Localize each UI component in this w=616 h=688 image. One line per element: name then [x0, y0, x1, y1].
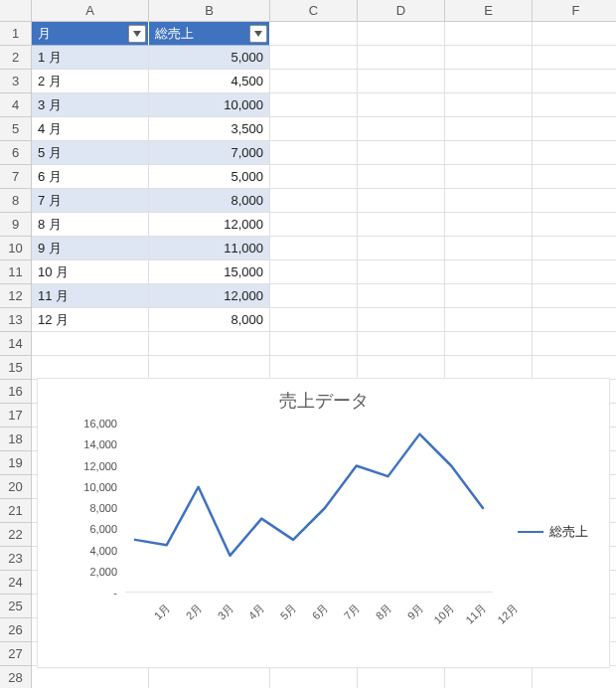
- cell-B5[interactable]: 3,500: [149, 117, 270, 141]
- cell-D6[interactable]: [358, 141, 445, 165]
- cell-B8[interactable]: 8,000: [149, 189, 270, 213]
- cell-C13[interactable]: [270, 308, 358, 332]
- cell-D4[interactable]: [358, 93, 445, 117]
- cell-F10[interactable]: [533, 237, 616, 260]
- cell-C15[interactable]: [270, 356, 358, 380]
- row-header-11[interactable]: 11: [0, 260, 32, 284]
- cell-F9[interactable]: [533, 213, 616, 237]
- row-header-20[interactable]: 20: [0, 475, 32, 499]
- cell-F6[interactable]: [533, 141, 616, 165]
- cell-B28[interactable]: [149, 666, 270, 688]
- cell-A14[interactable]: [32, 332, 149, 356]
- cell-D1[interactable]: [358, 22, 445, 46]
- row-header-7[interactable]: 7: [0, 165, 32, 189]
- cell-B4[interactable]: 10,000: [149, 93, 270, 117]
- cell-D28[interactable]: [358, 666, 445, 688]
- cell-A5[interactable]: 4 月: [32, 117, 149, 141]
- cell-D11[interactable]: [358, 260, 445, 284]
- cell-A11[interactable]: 10 月: [32, 260, 149, 284]
- cell-D10[interactable]: [358, 237, 445, 260]
- cell-D14[interactable]: [358, 332, 445, 356]
- cell-F15[interactable]: [533, 356, 616, 380]
- cell-C1[interactable]: [270, 22, 358, 46]
- cell-D5[interactable]: [358, 117, 445, 141]
- row-header-16[interactable]: 16: [0, 380, 32, 404]
- cell-E2[interactable]: [445, 46, 533, 70]
- cell-C5[interactable]: [270, 117, 358, 141]
- row-header-3[interactable]: 3: [0, 70, 32, 93]
- cell-B13[interactable]: 8,000: [149, 308, 270, 332]
- filter-button[interactable]: [128, 25, 146, 43]
- row-header-12[interactable]: 12: [0, 284, 32, 308]
- cell-D2[interactable]: [358, 46, 445, 70]
- cell-C10[interactable]: [270, 237, 358, 260]
- cell-E3[interactable]: [445, 70, 533, 93]
- cell-F2[interactable]: [533, 46, 616, 70]
- cell-E4[interactable]: [445, 93, 533, 117]
- cell-E15[interactable]: [445, 356, 533, 380]
- row-header-18[interactable]: 18: [0, 428, 32, 451]
- cell-A10[interactable]: 9 月: [32, 237, 149, 260]
- cell-A4[interactable]: 3 月: [32, 93, 149, 117]
- row-header-4[interactable]: 4: [0, 93, 32, 117]
- cell-E12[interactable]: [445, 284, 533, 308]
- row-header-5[interactable]: 5: [0, 117, 32, 141]
- cell-A2[interactable]: 1 月: [32, 46, 149, 70]
- cell-B1[interactable]: 総売上: [149, 22, 270, 46]
- cell-F1[interactable]: [533, 22, 616, 46]
- cell-A6[interactable]: 5 月: [32, 141, 149, 165]
- cell-F11[interactable]: [533, 260, 616, 284]
- column-header-C[interactable]: C: [270, 0, 358, 22]
- cell-F13[interactable]: [533, 308, 616, 332]
- cell-F5[interactable]: [533, 117, 616, 141]
- row-header-23[interactable]: 23: [0, 547, 32, 571]
- row-header-6[interactable]: 6: [0, 141, 32, 165]
- row-header-8[interactable]: 8: [0, 189, 32, 213]
- row-header-25[interactable]: 25: [0, 595, 32, 618]
- cell-A7[interactable]: 6 月: [32, 165, 149, 189]
- column-header-E[interactable]: E: [445, 0, 533, 22]
- cell-B3[interactable]: 4,500: [149, 70, 270, 93]
- column-header-A[interactable]: A: [32, 0, 149, 22]
- cell-E6[interactable]: [445, 141, 533, 165]
- cell-B12[interactable]: 12,000: [149, 284, 270, 308]
- cell-C6[interactable]: [270, 141, 358, 165]
- row-header-22[interactable]: 22: [0, 523, 32, 547]
- cell-F8[interactable]: [533, 189, 616, 213]
- cell-C9[interactable]: [270, 213, 358, 237]
- cell-D12[interactable]: [358, 284, 445, 308]
- cell-E5[interactable]: [445, 117, 533, 141]
- cell-F3[interactable]: [533, 70, 616, 93]
- cell-B9[interactable]: 12,000: [149, 213, 270, 237]
- cell-D8[interactable]: [358, 189, 445, 213]
- cell-B15[interactable]: [149, 356, 270, 380]
- row-header-15[interactable]: 15: [0, 356, 32, 380]
- row-header-19[interactable]: 19: [0, 451, 32, 475]
- cell-A9[interactable]: 8 月: [32, 213, 149, 237]
- row-header-21[interactable]: 21: [0, 499, 32, 523]
- select-all-corner[interactable]: [0, 0, 32, 22]
- row-header-27[interactable]: 27: [0, 642, 32, 666]
- cell-E28[interactable]: [445, 666, 533, 688]
- cell-C11[interactable]: [270, 260, 358, 284]
- cell-A15[interactable]: [32, 356, 149, 380]
- cell-B6[interactable]: 7,000: [149, 141, 270, 165]
- row-header-24[interactable]: 24: [0, 571, 32, 595]
- cell-C12[interactable]: [270, 284, 358, 308]
- cell-E9[interactable]: [445, 213, 533, 237]
- cell-F14[interactable]: [533, 332, 616, 356]
- cell-C2[interactable]: [270, 46, 358, 70]
- cell-A12[interactable]: 11 月: [32, 284, 149, 308]
- cell-E7[interactable]: [445, 165, 533, 189]
- cell-F28[interactable]: [533, 666, 616, 688]
- cell-A8[interactable]: 7 月: [32, 189, 149, 213]
- cell-E8[interactable]: [445, 189, 533, 213]
- cell-D9[interactable]: [358, 213, 445, 237]
- row-header-28[interactable]: 28: [0, 666, 32, 688]
- cell-B7[interactable]: 5,000: [149, 165, 270, 189]
- row-header-10[interactable]: 10: [0, 237, 32, 260]
- cell-B11[interactable]: 15,000: [149, 260, 270, 284]
- cell-F12[interactable]: [533, 284, 616, 308]
- cell-D13[interactable]: [358, 308, 445, 332]
- cell-C8[interactable]: [270, 189, 358, 213]
